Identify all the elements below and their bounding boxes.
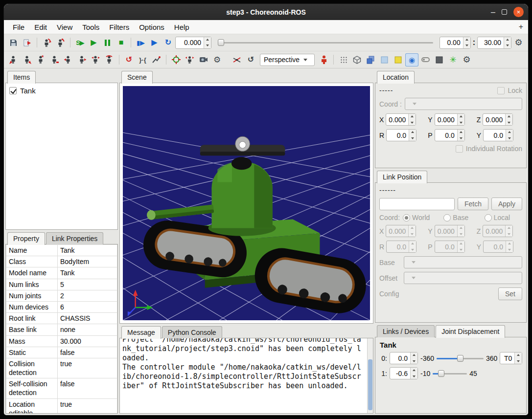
standard-pose-button[interactable] — [48, 53, 61, 66]
property-value[interactable]: true — [58, 358, 117, 378]
restore-pose-button[interactable] — [21, 53, 34, 66]
ik-mode-button[interactable] — [150, 53, 163, 66]
item-label[interactable]: Tank — [20, 87, 36, 95]
property-value[interactable]: true — [58, 398, 117, 414]
clip-plane-toggle-button[interactable] — [419, 53, 432, 66]
time-sync-button[interactable]: ↻ — [162, 36, 175, 49]
spin-down-icon[interactable] — [204, 43, 211, 48]
toolbar-overflow-button[interactable]: + — [519, 22, 523, 31]
property-value[interactable]: CHASSIS — [58, 313, 117, 324]
menu-view[interactable]: View — [52, 22, 77, 33]
tab-python-console[interactable]: Python Console — [162, 326, 222, 338]
joint-0-spinbox[interactable]: 0.0 — [390, 352, 418, 364]
link-r-spinbox[interactable]: 0.0 — [386, 241, 416, 253]
spin-up-icon[interactable] — [204, 37, 211, 43]
stop-simulation-button[interactable]: ■ — [115, 36, 128, 49]
tab-scene[interactable]: Scene — [121, 71, 153, 84]
yaw-spinbox[interactable]: 0.0 — [483, 129, 513, 141]
coord-select[interactable] — [405, 98, 522, 110]
joint-0-slider[interactable] — [437, 353, 484, 363]
shadow-toggle-button[interactable] — [433, 53, 446, 66]
property-value[interactable]: Tank — [58, 245, 117, 256]
title-bar[interactable]: step3 - Choreonoid-ROS – × — [4, 4, 528, 20]
menu-options[interactable]: Options — [134, 22, 169, 33]
solid-render-button[interactable] — [364, 53, 377, 66]
tab-joint-displacement[interactable]: Joint Displacement — [436, 325, 505, 338]
property-value[interactable]: BodyItem — [58, 256, 117, 267]
resume-playback-button[interactable]: ▮▶ — [134, 36, 147, 49]
scene-edit-mode-button[interactable] — [169, 53, 183, 66]
tab-property[interactable]: Property — [7, 232, 45, 245]
pause-simulation-button[interactable] — [101, 36, 114, 49]
offset-select[interactable] — [404, 272, 522, 284]
link-yaw-spinbox[interactable]: 0.0 — [483, 241, 513, 253]
preset-kinematics-button[interactable]: }·{ — [136, 53, 149, 66]
x-spinbox[interactable]: 0.000 — [386, 113, 416, 126]
console-text[interactable]: Project "/home/nakaoka/catkin_ws/src/cho… — [120, 338, 367, 413]
reload-item-button[interactable] — [21, 36, 34, 49]
playback-end-spinbox[interactable]: 30.00 — [477, 37, 511, 49]
link-z-spinbox[interactable]: 0.000 — [483, 225, 513, 237]
pose-copy-right-button[interactable] — [75, 53, 89, 66]
symmetric-pose-button[interactable] — [89, 53, 102, 66]
property-value[interactable]: Tank — [58, 267, 117, 279]
item-checkbox[interactable] — [9, 87, 17, 94]
message-scrollbar[interactable] — [367, 338, 373, 413]
property-value[interactable]: 6 — [58, 301, 117, 312]
pose-copy-left-button[interactable] — [62, 53, 75, 66]
time-slider[interactable] — [218, 38, 433, 47]
timebar-config-button[interactable]: ⚙ — [512, 36, 525, 49]
link-p-spinbox[interactable]: 0.0 — [435, 241, 465, 253]
coord-local-radio[interactable] — [485, 214, 492, 221]
fetch-button[interactable]: Fetch — [458, 198, 488, 210]
slider-handle[interactable] — [457, 355, 463, 362]
individual-rotation-checkbox[interactable] — [456, 145, 463, 153]
menu-edit[interactable]: Edit — [29, 22, 52, 33]
tab-link-position[interactable]: Link Position — [377, 171, 427, 183]
scene-settings-button[interactable]: ⚙ — [460, 53, 473, 66]
play-animation-button[interactable]: ▶ — [148, 36, 161, 49]
p-spinbox[interactable]: 0.0 — [435, 129, 465, 141]
texture-toggle-button[interactable] — [378, 53, 391, 66]
tab-links-devices[interactable]: Links / Devices — [377, 325, 435, 337]
flip-pose-button[interactable] — [103, 53, 116, 66]
base-select[interactable] — [404, 256, 522, 268]
tab-location[interactable]: Location — [377, 71, 415, 84]
tab-link-properties[interactable]: Link Properties — [46, 232, 103, 244]
scrollbar-thumb[interactable] — [368, 359, 372, 410]
joint-1-spinbox[interactable]: -0.6 — [390, 367, 418, 379]
y-spinbox[interactable]: 0.000 — [435, 113, 465, 126]
wireframe-toggle-button[interactable] — [350, 53, 364, 66]
collision-detection-button[interactable] — [317, 53, 330, 66]
spin-down-icon[interactable] — [463, 43, 470, 48]
lock-checkbox[interactable] — [497, 87, 505, 94]
menu-tools[interactable]: Tools — [77, 22, 104, 33]
restart-simulation-button[interactable]: ▶ — [87, 36, 100, 49]
save-project-button[interactable] — [7, 36, 20, 49]
highlight-toggle-button[interactable] — [392, 53, 405, 66]
visibility-toggle-button[interactable]: ◉ — [405, 53, 418, 66]
property-value[interactable]: 30.000 — [58, 335, 117, 347]
slider-handle[interactable] — [438, 370, 444, 377]
floor-grid-toggle-button[interactable] — [337, 53, 350, 66]
menu-filters[interactable]: Filters — [104, 22, 134, 33]
menu-help[interactable]: Help — [169, 22, 194, 33]
menu-file[interactable]: File — [8, 22, 29, 33]
property-value[interactable]: 5 — [58, 279, 117, 290]
item-tree[interactable]: Tank — [5, 83, 118, 230]
coord-base-radio[interactable] — [443, 214, 451, 221]
joint-0-phase-spinbox[interactable]: T0 — [500, 352, 522, 364]
z-spinbox[interactable]: 0.000 — [483, 113, 513, 126]
spin-down-icon[interactable] — [504, 43, 511, 48]
property-value[interactable]: false — [58, 378, 117, 398]
property-value[interactable]: false — [58, 347, 117, 358]
projection-select[interactable]: Perspective — [260, 54, 315, 66]
link-x-spinbox[interactable]: 0.000 — [386, 225, 416, 237]
spin-up-icon[interactable] — [463, 37, 470, 43]
spin-arrows[interactable] — [463, 37, 470, 48]
scene-config-button[interactable]: ⚙ — [210, 53, 224, 66]
collision-line-button[interactable] — [231, 53, 244, 66]
joint-1-slider[interactable] — [433, 369, 467, 378]
view-reset-button[interactable]: ↺ — [244, 53, 257, 66]
set-button[interactable]: Set — [498, 287, 522, 300]
